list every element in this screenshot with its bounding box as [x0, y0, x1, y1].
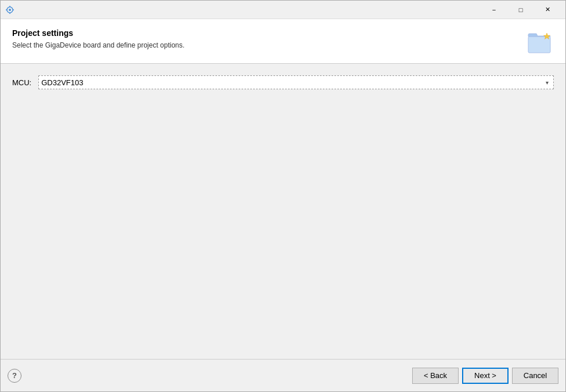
- next-button[interactable]: Next >: [462, 368, 509, 384]
- folder-icon: [526, 28, 554, 56]
- app-icon: [5, 5, 15, 14]
- close-button[interactable]: ✕: [534, 1, 561, 19]
- cancel-button[interactable]: Cancel: [512, 368, 558, 384]
- bottom-bar: ? < Back Next > Cancel: [1, 359, 565, 391]
- page-subtitle: Select the GigaDevice board and define p…: [12, 41, 526, 49]
- header-section: Project settings Select the GigaDevice b…: [1, 19, 565, 64]
- mcu-label: MCU:: [12, 78, 31, 87]
- bottom-right: < Back Next > Cancel: [412, 368, 558, 384]
- help-button[interactable]: ?: [8, 369, 21, 383]
- main-content: MCU: GD32VF103 GD32F103 GD32E103 GD32F30…: [1, 64, 565, 359]
- maximize-button[interactable]: □: [507, 1, 534, 19]
- title-bar-left: [5, 5, 15, 14]
- window: − □ ✕ Project settings Select the GigaDe…: [0, 0, 566, 392]
- header-text: Project settings Select the GigaDevice b…: [12, 28, 526, 49]
- back-button[interactable]: < Back: [412, 368, 459, 384]
- page-title: Project settings: [12, 28, 526, 38]
- mcu-select[interactable]: GD32VF103 GD32F103 GD32E103 GD32F303: [38, 75, 554, 89]
- mcu-select-wrapper: GD32VF103 GD32F103 GD32E103 GD32F303 ▾: [38, 75, 554, 89]
- title-bar: − □ ✕: [1, 1, 565, 19]
- svg-rect-6: [528, 37, 550, 53]
- title-bar-controls: − □ ✕: [481, 1, 561, 19]
- mcu-row: MCU: GD32VF103 GD32F103 GD32E103 GD32F30…: [12, 75, 554, 89]
- minimize-button[interactable]: −: [481, 1, 507, 19]
- header-icon: [526, 28, 554, 56]
- bottom-left: ?: [8, 369, 21, 383]
- svg-point-1: [9, 9, 11, 11]
